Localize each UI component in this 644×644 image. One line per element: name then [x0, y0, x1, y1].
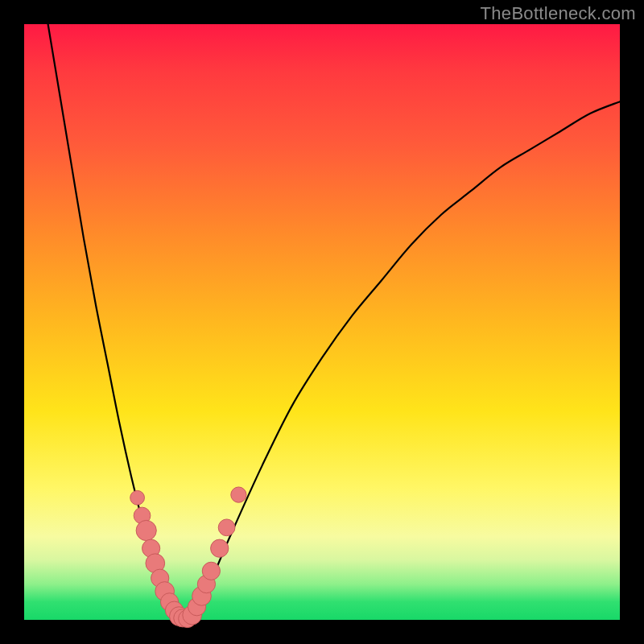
bead-right [218, 519, 235, 536]
right-curve [191, 101, 620, 620]
bead-right [231, 487, 246, 502]
bead-right [202, 562, 220, 580]
curves-svg [24, 24, 620, 620]
watermark-text: TheBottleneck.com [481, 3, 636, 24]
chart-frame: TheBottleneck.com [0, 0, 644, 644]
bead-left [130, 490, 145, 505]
bead-right [211, 539, 229, 557]
plot-area [24, 24, 620, 620]
left-curve [48, 24, 180, 620]
bead-left [136, 520, 156, 540]
